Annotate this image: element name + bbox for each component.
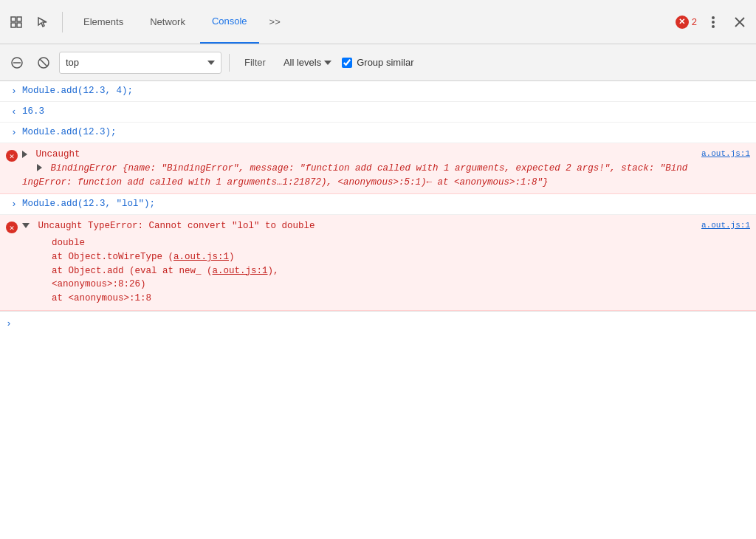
inspect-tool-icon[interactable] [32, 12, 53, 32]
error-title: Uncaught [36, 149, 80, 159]
svg-point-5 [712, 21, 715, 24]
group-similar-label[interactable]: Group similar [342, 57, 413, 68]
error-circle-icon: ✕ [6, 222, 18, 233]
console-line: › Module.add(12.3, 4); [0, 81, 756, 102]
console-output: › Module.add(12.3, 4); ‹ 16.3 › Module.a… [0, 81, 756, 539]
more-options-icon[interactable] [703, 12, 724, 32]
error-stack-line: double [25, 236, 690, 250]
devtools-controls [6, 12, 63, 32]
console-output-text: 16.3 [22, 106, 44, 117]
console-prompt-icon: › [6, 318, 12, 329]
error-source-link[interactable]: a.out.js:1 [690, 148, 750, 158]
tab-network[interactable]: Network [138, 0, 197, 44]
console-input-text: Module.add(12.3); [22, 127, 117, 137]
error-stack-line: at Object.add (eval at new_ (a.out.js:1)… [25, 264, 690, 278]
group-similar-checkbox[interactable] [342, 58, 352, 68]
console-input-field[interactable] [18, 318, 750, 329]
output-arrow-icon: ‹ [6, 105, 22, 117]
tab-elements[interactable]: Elements [72, 0, 135, 44]
svg-point-6 [712, 25, 715, 28]
cursor-tool-icon[interactable] [6, 12, 27, 32]
error-summary: Uncaught TypeError: Cannot convert "lol"… [38, 221, 315, 231]
svg-rect-3 [17, 23, 21, 27]
input-arrow-icon: › [6, 84, 22, 97]
error-source-link[interactable]: a.out.js:1 [690, 219, 750, 230]
error-expanded-line: ✕ Uncaught TypeError: Cannot convert "lo… [0, 215, 756, 311]
svg-rect-0 [11, 17, 16, 21]
clear-console-icon[interactable] [6, 52, 28, 74]
collapse-arrow-icon[interactable] [22, 223, 30, 228]
close-devtools-icon[interactable] [729, 12, 750, 32]
console-input-text: Module.add(12.3, "lol"); [22, 199, 155, 209]
error-stack-line: at Object.toWireType (a.out.js:1) [25, 250, 690, 264]
tab-console[interactable]: Console [200, 0, 259, 44]
levels-dropdown[interactable]: All levels [278, 52, 337, 74]
console-line: ‹ 16.3 [0, 102, 756, 123]
console-input-line[interactable]: › [0, 311, 756, 336]
toolbar-divider [229, 54, 230, 72]
error-stack-line: at <anonymous>:1:8 [25, 292, 690, 306]
error-count: 2 [692, 16, 697, 27]
svg-point-4 [712, 16, 715, 19]
tab-bar-right: ✕ 2 [676, 12, 750, 32]
svg-line-12 [40, 59, 47, 66]
error-badge: ✕ 2 [676, 16, 697, 29]
error-stack-line: <anonymous>:8:26) [25, 278, 690, 292]
error-icon-prefix: ✕ [6, 219, 22, 233]
input-arrow-icon: › [6, 197, 22, 210]
block-icon[interactable] [32, 52, 55, 74]
filter-button[interactable]: Filter [237, 52, 273, 74]
console-toolbar: top Filter All levels Group similar [0, 44, 756, 81]
error-count-icon: ✕ [676, 16, 689, 29]
expand-arrow-icon[interactable] [22, 151, 27, 158]
tab-overflow[interactable]: >> [262, 10, 288, 33]
error-detail: BindingError {name: "BindingError", mess… [22, 163, 687, 188]
context-value: top [66, 57, 202, 68]
error-circle-icon: ✕ [6, 150, 18, 162]
svg-rect-2 [11, 23, 16, 27]
console-input-text: Module.add(12.3, 4); [22, 86, 133, 96]
console-line: › Module.add(12.3, "lol"); [0, 194, 756, 215]
expand-detail-arrow-icon[interactable] [37, 164, 42, 171]
error-line: ✕ Uncaught BindingError {name: "BindingE… [0, 143, 756, 194]
input-arrow-icon: › [6, 126, 22, 138]
svg-rect-1 [17, 17, 21, 21]
error-icon-prefix: ✕ [6, 148, 22, 162]
tab-bar: Elements Network Console >> ✕ 2 [0, 0, 756, 44]
console-line: › Module.add(12.3); [0, 123, 756, 143]
context-selector[interactable]: top [59, 52, 221, 74]
